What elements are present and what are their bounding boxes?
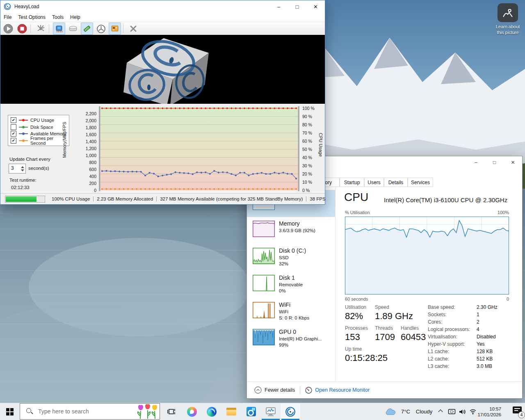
gpu-stress-toggle[interactable] [109,23,121,35]
stat-utilisation-label: Utilisation [345,304,366,310]
disk-space-checkbox[interactable] [11,124,16,130]
fps-checkbox[interactable]: ✔ [11,138,16,144]
detail-value: 1 [477,312,479,317]
weather-button[interactable] [383,403,397,420]
taskbar-task-manager-button[interactable] [261,403,281,420]
legend-cpu-usage[interactable]: ✔ CPU Usage [11,117,66,124]
network-button[interactable] [468,403,478,420]
tm-close-button[interactable]: ✕ [504,156,522,169]
tm-sidebar-item-gpu[interactable]: GPU 0 Intel(R) HD Graphi... 99% [247,325,335,352]
start-test-button[interactable] [2,23,14,35]
detail-value: 4 [477,326,479,332]
task-view-button[interactable] [162,403,180,420]
tm-sidebar-divider [335,187,336,382]
wireless-display-button[interactable] [446,403,457,420]
copilot-icon [187,407,197,417]
edge-icon [207,407,217,417]
windows-logo-icon [6,408,14,415]
tm-sidebar-item-disk0[interactable]: Disk 0 (C:) SSD 32% [247,244,335,271]
detail-value: 2.30 GHz [477,304,498,310]
taskbar-search[interactable] [20,403,160,420]
tm-tab-details[interactable]: Details [384,178,408,187]
test-runtime-label: Test runtime: [9,178,37,183]
spinner-down-icon[interactable] [21,169,24,171]
notification-count-badge: 4 [518,411,525,418]
file-explorer-icon [226,408,236,416]
taskbar-heavyload-button[interactable] [281,403,300,420]
taskbar-edge-button[interactable] [202,403,221,420]
stat-speed-value: 1.89 GHz [375,311,413,322]
task-view-icon [167,408,176,415]
hl-maximize-button[interactable]: □ [288,0,306,13]
spinner-arrows[interactable] [20,164,25,173]
tm-tab-services[interactable]: Services [408,178,433,187]
learn-about-picture-widget[interactable]: Learn about this picture [493,3,522,35]
memory-thumbnail [253,221,275,237]
detail-value: Yes [477,341,485,347]
tm-x-window-label: 60 seconds [345,297,368,301]
task-manager-icon [265,407,276,417]
hl-minimize-button[interactable]: – [269,0,288,13]
legend-frames-per-second[interactable]: ✔ Frames per Second [11,137,66,144]
cpu-stress-toggle[interactable] [53,23,65,35]
weather-condition[interactable]: Cloudy [413,403,435,420]
tray-overflow-button[interactable] [436,403,446,420]
tm-util-max-label: 100% [498,210,509,215]
tm-maximize-button[interactable]: □ [485,156,504,169]
legend-disk-space[interactable]: Disk Space [11,124,66,131]
menu-file[interactable]: File [0,14,15,20]
tm-tab-users[interactable]: Users [364,178,384,187]
stop-test-button[interactable] [16,23,28,35]
picture-icon[interactable] [498,3,518,22]
heavyload-cube [0,35,325,104]
taskbar: 7°C Cloudy 10:57 17/01/2026 4 [0,403,525,420]
hl-toolbar [0,22,325,36]
fps-marker [19,139,28,142]
hl-close-button[interactable]: ✕ [306,0,325,13]
clock-test-toggle[interactable] [95,23,107,35]
detail-label: L1 cache: [428,349,449,354]
detail-label: Logical processors: [428,326,470,332]
cast-icon [448,409,456,415]
disk-stress-toggle[interactable] [67,23,79,35]
menu-test-options[interactable]: Test Options [15,14,49,20]
detail-label: Virtualisation: [428,334,457,340]
tm-sidebar-item-disk1[interactable]: Disk 1 Removable 0% [247,271,335,298]
tm-minimize-button[interactable]: – [467,156,485,169]
test-runtime-value: 02:12:33 [11,185,30,190]
tm-sidebar-item-memory[interactable]: Memory 3.6/3.9 GB (92%) [247,217,335,244]
stress-burst-button[interactable] [34,23,47,35]
interval-spinner[interactable]: 3 [9,164,26,173]
taskbar-file-explorer-button[interactable] [221,403,241,420]
tm-util-label: % Utilisation [345,210,370,215]
menu-help[interactable]: Help [67,14,84,20]
tm-cpu-chart [345,217,509,294]
settings-tools-button[interactable] [127,23,139,35]
start-button[interactable] [0,403,20,420]
menu-tools[interactable]: Tools [49,14,67,20]
spinner-up-icon[interactable] [21,166,24,168]
memory-stress-toggle[interactable] [81,23,93,35]
wifi-icon [469,409,477,415]
tm-footer: Fewer details Open Resource Monitor [247,381,522,398]
weather-temp[interactable]: 7°C [399,403,413,420]
available-memory-checkbox[interactable]: ✔ [11,131,16,137]
stat-threads-label: Threads [375,325,393,331]
clock-tray[interactable]: 10:57 17/01/2026 [477,403,501,420]
tulips-search-highlight[interactable] [136,404,160,419]
tray-time: 10:57 [489,406,501,412]
fewer-details-button[interactable]: Fewer details [265,387,295,393]
stat-processes-value: 153 [345,332,360,342]
volume-button[interactable] [457,403,468,420]
taskbar-copilot-button[interactable] [182,403,202,420]
available-memory-marker [19,132,28,135]
disk1-thumbnail [253,275,275,291]
search-input[interactable] [37,408,136,415]
cpu-usage-checkbox[interactable]: ✔ [11,117,16,123]
open-resource-monitor-link[interactable]: Open Resource Monitor [315,387,370,393]
tm-sidebar-item-wifi[interactable]: WiFi WiFi S: 0 R: 0 Kbps [247,298,335,325]
taskbar-outlook-button[interactable] [241,403,261,420]
resource-monitor-icon [305,387,312,394]
stat-uptime-value: 0:15:28:25 [345,353,388,363]
tm-tab-startup[interactable]: Startup [340,178,364,187]
